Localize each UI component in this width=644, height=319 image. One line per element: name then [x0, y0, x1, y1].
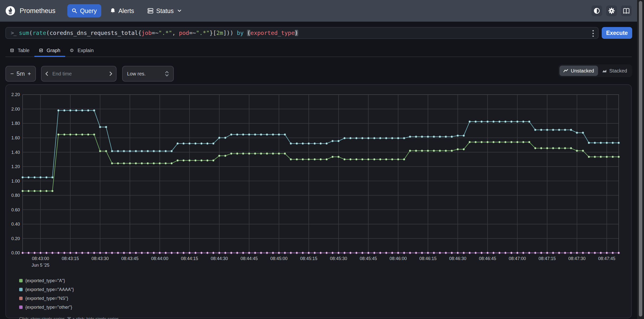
svg-text:08:47:15: 08:47:15: [538, 256, 556, 261]
duration-stepper: − 5m +: [6, 66, 36, 82]
duration-decrease-button[interactable]: −: [10, 70, 14, 77]
svg-text:08:44:15: 08:44:15: [181, 256, 198, 261]
svg-text:2.20: 2.20: [11, 92, 20, 97]
brand[interactable]: Prometheus: [6, 6, 56, 16]
svg-text:1.60: 1.60: [11, 136, 20, 140]
svg-text:0.80: 0.80: [11, 193, 20, 198]
nav-status-label: Status: [156, 7, 174, 14]
svg-text:08:45:45: 08:45:45: [360, 256, 377, 261]
svg-text:1.00: 1.00: [11, 179, 20, 184]
navbar: Prometheus Query Alerts Status: [0, 0, 637, 22]
svg-text:0.40: 0.40: [11, 222, 20, 226]
chevron-down-icon: [178, 9, 182, 12]
svg-text:1.80: 1.80: [11, 121, 20, 126]
svg-text:08:46:00: 08:46:00: [390, 256, 407, 261]
duration-value[interactable]: 5m: [16, 70, 24, 77]
svg-text:08:43:30: 08:43:30: [92, 256, 109, 261]
nav-query-label: Query: [80, 7, 97, 14]
svg-text:08:45:00: 08:45:00: [270, 256, 288, 261]
end-time-placeholder: End time: [52, 71, 72, 77]
chevron-right-icon[interactable]: [109, 71, 112, 76]
app-title: Prometheus: [20, 7, 56, 15]
svg-text:08:47:45: 08:47:45: [598, 256, 615, 261]
svg-text:08:43:15: 08:43:15: [62, 256, 79, 261]
main-nav: Query Alerts Status: [67, 4, 186, 18]
nav-alerts-button[interactable]: Alerts: [106, 4, 139, 18]
scrollbar-thumb[interactable]: [639, 1, 642, 316]
legend-item[interactable]: {exported_type="AAAA"}: [19, 285, 74, 294]
legend-label: {exported_type="NS"}: [25, 296, 68, 301]
stacked-option[interactable]: Stacked: [598, 66, 631, 76]
nav-alerts-label: Alerts: [118, 7, 134, 14]
legend-swatch: [19, 288, 22, 291]
promql-expression: sum(rate(coredns_dns_requests_total{job=…: [19, 30, 298, 36]
svg-text:08:43:45: 08:43:45: [121, 256, 138, 261]
svg-text:08:45:30: 08:45:30: [330, 256, 347, 261]
end-time-picker[interactable]: End time: [41, 66, 116, 82]
legend-label: {exported_type="other"}: [25, 305, 72, 310]
kebab-menu-icon[interactable]: [592, 30, 594, 37]
svg-text:08:45:15: 08:45:15: [300, 256, 317, 261]
settings-button[interactable]: [606, 6, 617, 16]
view-tabs: Table Graph Explain: [6, 44, 632, 57]
legend-hint: Click: show single series, ⌘ + click: hi…: [19, 316, 119, 319]
stacking-toggle: Unstacked Stacked: [558, 64, 632, 77]
stacked-label: Stacked: [609, 68, 627, 74]
search-icon: [72, 8, 77, 14]
svg-text:1.40: 1.40: [11, 150, 20, 155]
line-chart-icon: [564, 68, 568, 73]
svg-text:0.60: 0.60: [11, 208, 20, 212]
tab-explain-label: Explain: [78, 48, 94, 53]
contrast-icon: [594, 8, 600, 14]
updown-arrows-icon: [165, 70, 169, 77]
svg-text:08:46:45: 08:46:45: [479, 256, 496, 261]
svg-text:0.00: 0.00: [11, 250, 20, 255]
legend-item[interactable]: {exported_type="A"}: [19, 276, 74, 285]
tab-table-label: Table: [18, 48, 30, 53]
legend-item[interactable]: {exported_type="NS"}: [19, 294, 74, 303]
tab-explain[interactable]: Explain: [65, 44, 98, 56]
legend-label: {exported_type="AAAA"}: [25, 287, 74, 292]
query-expression-input[interactable]: >_ sum(rate(coredns_dns_requests_total{j…: [6, 27, 598, 39]
resolution-value: Low res.: [127, 71, 146, 77]
server-stack-icon: [148, 8, 154, 14]
nav-status-button[interactable]: Status: [143, 4, 186, 18]
duration-increase-button[interactable]: +: [28, 70, 31, 77]
legend-swatch: [19, 297, 22, 300]
navbar-actions: [592, 6, 632, 16]
gear-icon: [608, 7, 615, 14]
svg-text:08:47:00: 08:47:00: [509, 256, 526, 261]
unstacked-label: Unstacked: [571, 68, 594, 74]
prometheus-logo-icon: [6, 6, 15, 16]
table-icon: [10, 49, 14, 52]
legend-item[interactable]: {exported_type="other"}: [19, 303, 74, 312]
svg-text:Jun 5 '25: Jun 5 '25: [32, 263, 50, 268]
svg-text:08:46:15: 08:46:15: [419, 256, 436, 261]
book-icon: [623, 8, 630, 14]
svg-text:08:43:00: 08:43:00: [32, 256, 49, 261]
area-chart-icon: [602, 68, 607, 73]
unstacked-option[interactable]: Unstacked: [560, 66, 598, 76]
chart-legend: {exported_type="A"}{exported_type="AAAA"…: [19, 276, 74, 312]
chart-icon: [39, 49, 43, 52]
svg-text:08:44:00: 08:44:00: [151, 256, 168, 261]
time-series-chart[interactable]: 0.000.200.400.600.801.001.201.401.601.80…: [6, 85, 631, 318]
legend-swatch: [19, 279, 22, 282]
docs-button[interactable]: [621, 6, 632, 16]
svg-text:08:46:30: 08:46:30: [449, 256, 466, 261]
tab-graph[interactable]: Graph: [34, 44, 66, 56]
scrollbar-track[interactable]: [637, 0, 644, 319]
graph-panel: 0.000.200.400.600.801.001.201.401.601.80…: [6, 84, 632, 318]
svg-text:08:44:45: 08:44:45: [240, 256, 258, 261]
info-icon: [70, 49, 74, 52]
terminal-prompt-icon: >_: [11, 30, 16, 36]
legend-swatch: [19, 306, 22, 309]
chevron-left-icon[interactable]: [45, 71, 48, 76]
legend-label: {exported_type="A"}: [25, 278, 65, 283]
tab-table[interactable]: Table: [6, 44, 34, 56]
resolution-select[interactable]: Low res.: [122, 66, 174, 82]
nav-query-button[interactable]: Query: [67, 4, 101, 18]
execute-button[interactable]: Execute: [602, 27, 632, 39]
svg-text:08:44:30: 08:44:30: [211, 256, 228, 261]
theme-toggle-button[interactable]: [592, 6, 602, 16]
